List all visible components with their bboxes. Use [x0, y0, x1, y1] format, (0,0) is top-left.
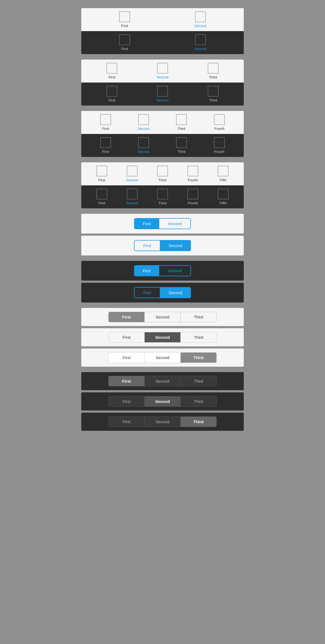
seg-btn-first[interactable]: First [108, 376, 145, 386]
tab-first[interactable]: First [87, 114, 125, 131]
tab-third[interactable]: Third [162, 137, 200, 154]
seg-btn-third[interactable]: Third [181, 416, 217, 427]
tab-fourth[interactable]: Fourth [200, 137, 238, 154]
tab-label: Third [209, 98, 217, 102]
tab-icon [127, 189, 138, 199]
icon-4-tab-light: First Second Third Fourth [81, 111, 244, 134]
tab-icon [138, 114, 149, 125]
tab-first[interactable]: First [87, 137, 125, 154]
seg2-dark-second-section: First Second [81, 283, 244, 303]
tab-label: First [98, 178, 105, 182]
tab-second[interactable]: Second [125, 114, 162, 131]
tab-icon [187, 166, 198, 176]
tab-first[interactable]: First [87, 63, 137, 79]
tab-second[interactable]: Second [125, 137, 162, 154]
seg-btn-first[interactable]: First [108, 352, 145, 363]
segmented-group-3-dark: First Second Third [108, 396, 217, 407]
icon-3-tab-section: First Second Third First Second Third [81, 60, 244, 106]
segmented-group: First Second [134, 287, 191, 298]
seg-btn-first[interactable]: First [108, 396, 145, 407]
seg-btn-second[interactable]: Second [159, 218, 191, 229]
seg-btn-first[interactable]: First [134, 287, 160, 298]
tab-label-active: Second [194, 24, 206, 28]
tab-second[interactable]: Second [162, 11, 238, 28]
tab-label: Third [209, 75, 217, 79]
tab-first[interactable]: First [87, 166, 117, 182]
segmented-group: First Second [134, 218, 191, 229]
tab-fifth[interactable]: Fifth [208, 189, 238, 205]
tab-label: Fifth [220, 201, 226, 205]
seg-btn-second[interactable]: Second [145, 396, 181, 407]
tab-icon [157, 63, 168, 74]
tab-label: Third [177, 150, 186, 154]
seg-btn-second[interactable]: Second [159, 265, 191, 276]
tab-third[interactable]: Third [188, 86, 238, 102]
tab-icon [218, 166, 229, 176]
tab-icon [208, 63, 219, 74]
seg-btn-third[interactable]: Third [181, 352, 217, 363]
tab-icon [195, 34, 206, 45]
seg-btn-second[interactable]: Second [145, 352, 181, 363]
tab-label-active: Second [157, 98, 168, 102]
tab-icon [195, 11, 206, 22]
tab-fifth[interactable]: Fifth [208, 166, 238, 182]
tab-first[interactable]: First [87, 189, 117, 205]
tab-icon [100, 114, 111, 125]
tab-label: First [121, 24, 128, 28]
seg-btn-second[interactable]: Second [160, 287, 191, 298]
tab-fourth[interactable]: Fourth [178, 189, 208, 205]
seg-btn-second[interactable]: Second [145, 416, 181, 427]
tab-label: Third [158, 201, 167, 205]
tab-second[interactable]: Second [137, 86, 188, 102]
seg-btn-second[interactable]: Second [145, 332, 181, 343]
tab-third[interactable]: Third [147, 166, 178, 182]
segmented-group: First Second [134, 265, 191, 276]
seg-btn-second[interactable]: Second [145, 312, 181, 322]
tab-label: Third [158, 178, 167, 182]
seg3-dark-second-section: First Second Third [81, 392, 244, 410]
tab-second[interactable]: Second [117, 189, 147, 205]
tab-third[interactable]: Third [188, 63, 238, 79]
seg-btn-third[interactable]: Third [181, 332, 217, 343]
segmented-group-3: First Second Third [108, 352, 217, 363]
seg-btn-first[interactable]: First [108, 332, 145, 343]
seg2-dark-second: First Second [81, 283, 244, 303]
seg-btn-first[interactable]: First [108, 416, 145, 427]
tab-second[interactable]: Second [137, 63, 188, 79]
tab-first[interactable]: First [87, 86, 137, 102]
tab-second[interactable]: Second [162, 34, 238, 51]
tab-label-active: Second [157, 75, 168, 79]
tab-icon [119, 34, 130, 45]
tab-second[interactable]: Second [117, 166, 147, 182]
seg3-light-second-section: First Second Third [81, 328, 244, 346]
seg3-dark-third: First Second Third [81, 413, 244, 431]
seg-btn-first[interactable]: First [134, 218, 159, 229]
seg-btn-first[interactable]: First [108, 312, 145, 322]
tab-first[interactable]: First [87, 34, 162, 51]
tab-icon [106, 86, 117, 97]
tab-label: First [121, 47, 128, 51]
tab-third[interactable]: Third [147, 189, 178, 205]
tab-label-active: Second [138, 150, 150, 154]
seg3-dark-first-section: First Second Third [81, 372, 244, 390]
tab-label-active: Second [194, 47, 206, 51]
seg3-light-third: First Second Third [81, 349, 244, 367]
tab-third[interactable]: Third [162, 114, 200, 131]
seg2-dark-first: First Second [81, 261, 244, 281]
seg-btn-third[interactable]: Third [181, 396, 217, 407]
tab-icon [214, 114, 225, 125]
seg-btn-third[interactable]: Third [181, 312, 217, 322]
seg-btn-second[interactable]: Second [145, 376, 181, 386]
segmented-group-3-dark: First Second Third [108, 416, 217, 427]
seg-btn-first[interactable]: First [134, 240, 160, 251]
tab-first[interactable]: First [87, 11, 162, 28]
seg-btn-third[interactable]: Third [181, 376, 217, 386]
icon-2-tab-dark: First Second [81, 31, 244, 54]
tab-label: First [102, 127, 109, 131]
tab-label: First [109, 98, 115, 102]
seg-btn-second[interactable]: Second [160, 240, 191, 251]
seg-btn-first[interactable]: First [134, 265, 159, 276]
tab-fourth[interactable]: Fourth [200, 114, 238, 131]
tab-fourth[interactable]: Fourth [178, 166, 208, 182]
tab-icon [106, 63, 117, 74]
